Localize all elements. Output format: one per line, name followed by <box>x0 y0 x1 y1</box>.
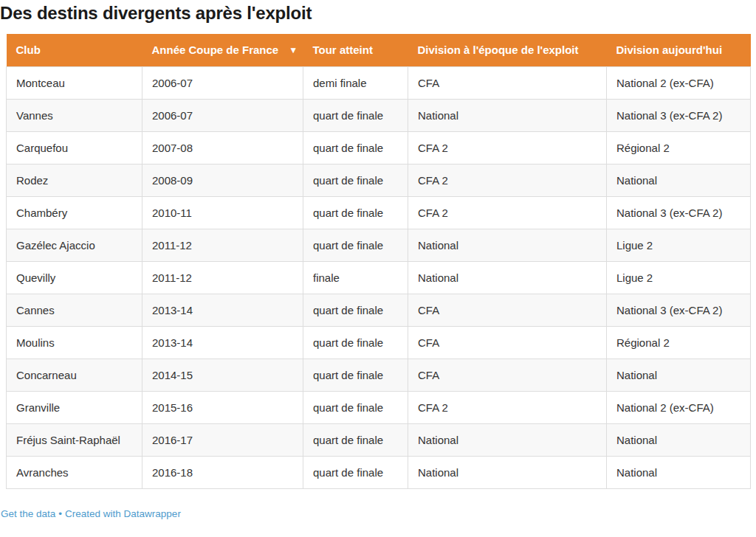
table-row: Concarneau2014-15quart de finaleCFANatio… <box>7 358 751 391</box>
table-cell: National <box>607 423 751 456</box>
table-row: Gazélec Ajaccio2011-12quart de finaleNat… <box>7 229 751 261</box>
table-cell: Avranches <box>7 456 142 488</box>
table-cell: quart de finale <box>303 196 408 229</box>
table-header: Club Année Coupe de France▼ Tour atteint… <box>7 34 751 66</box>
table-cell: 2006-07 <box>142 66 303 99</box>
table-cell: National <box>607 358 751 391</box>
table-cell: 2013-14 <box>142 326 303 358</box>
table-cell: Régional 2 <box>607 131 751 164</box>
table-cell: Cannes <box>7 294 142 326</box>
table-cell: Chambéry <box>7 196 142 229</box>
table-cell: quart de finale <box>303 391 408 423</box>
table-cell: 2013-14 <box>142 294 303 326</box>
page-title: Des destins divergents après l'exploit <box>0 0 756 24</box>
table-cell: CFA 2 <box>408 131 607 164</box>
table-cell: quart de finale <box>303 456 408 488</box>
table-cell: finale <box>303 261 408 294</box>
table-cell: quart de finale <box>303 229 408 261</box>
table-row: Quevilly2011-12finaleNationalLigue 2 <box>7 261 751 294</box>
table-cell: Gazélec Ajaccio <box>7 229 142 261</box>
table-cell: National <box>607 164 751 196</box>
get-the-data-link[interactable]: Get the data <box>1 508 55 519</box>
footer-separator: • <box>58 508 62 519</box>
table-cell: 2006-07 <box>142 99 303 131</box>
table-row: Vannes2006-07quart de finaleNationalNati… <box>7 99 751 131</box>
table-cell: quart de finale <box>303 164 408 196</box>
table-cell: CFA <box>408 294 607 326</box>
table-cell: National 3 (ex-CFA 2) <box>607 294 751 326</box>
table-cell: National <box>408 423 607 456</box>
table-cell: CFA <box>408 358 607 391</box>
table-cell: Carquefou <box>7 131 142 164</box>
table-cell: 2011-12 <box>142 261 303 294</box>
table-row: Avranches2016-18quart de finaleNationalN… <box>7 456 751 488</box>
table-row: Fréjus Saint-Raphaël2016-17quart de fina… <box>7 423 751 456</box>
table-cell: National 3 (ex-CFA 2) <box>607 196 751 229</box>
column-header-division-aujourdhui[interactable]: Division aujourd'hui <box>607 34 751 66</box>
datawrapper-credit-link[interactable]: Created with Datawrapper <box>65 508 181 519</box>
table-cell: National <box>408 229 607 261</box>
table-row: Moulins2013-14quart de finaleCFARégional… <box>7 326 751 358</box>
table-cell: Régional 2 <box>607 326 751 358</box>
column-header-tour[interactable]: Tour atteint <box>303 34 408 66</box>
table-cell: 2015-16 <box>142 391 303 423</box>
table-cell: National 3 (ex-CFA 2) <box>607 99 751 131</box>
column-header-annee[interactable]: Année Coupe de France▼ <box>142 34 303 66</box>
table-cell: 2016-18 <box>142 456 303 488</box>
table-cell: National <box>408 261 607 294</box>
table-cell: CFA <box>408 66 607 99</box>
table-cell: CFA 2 <box>408 196 607 229</box>
footer: Get the data•Created with Datawrapper <box>1 508 181 520</box>
table-row: Montceau2006-07demi finaleCFANational 2 … <box>7 66 751 99</box>
table-cell: demi finale <box>303 66 408 99</box>
table-cell: Ligue 2 <box>607 229 751 261</box>
table-cell: CFA 2 <box>408 164 607 196</box>
table-row: Chambéry2010-11quart de finaleCFA 2Natio… <box>7 196 751 229</box>
table-cell: CFA <box>408 326 607 358</box>
data-table: Club Année Coupe de France▼ Tour atteint… <box>6 34 751 489</box>
table-cell: 2016-17 <box>142 423 303 456</box>
table-cell: National <box>607 456 751 488</box>
table-cell: quart de finale <box>303 99 408 131</box>
table-cell: Vannes <box>7 99 142 131</box>
table-cell: Granville <box>7 391 142 423</box>
table-cell: quart de finale <box>303 358 408 391</box>
table-cell: quart de finale <box>303 131 408 164</box>
table-cell: National 2 (ex-CFA) <box>607 66 751 99</box>
table-cell: National <box>408 99 607 131</box>
table-cell: quart de finale <box>303 326 408 358</box>
table-cell: 2007-08 <box>142 131 303 164</box>
table-header-row: Club Année Coupe de France▼ Tour atteint… <box>7 34 751 66</box>
table-row: Cannes2013-14quart de finaleCFANational … <box>7 294 751 326</box>
sort-descending-icon[interactable]: ▼ <box>289 45 298 55</box>
table-row: Rodez2008-09quart de finaleCFA 2National <box>7 164 751 196</box>
table-cell: Quevilly <box>7 261 142 294</box>
column-header-annee-label: Année Coupe de France <box>152 44 279 56</box>
table-cell: 2008-09 <box>142 164 303 196</box>
table-cell: Rodez <box>7 164 142 196</box>
datawrapper-table-widget: Des destins divergents après l'exploit C… <box>0 0 756 537</box>
table-cell: National <box>408 456 607 488</box>
table-cell: quart de finale <box>303 423 408 456</box>
table-cell: 2011-12 <box>142 229 303 261</box>
table-body: Montceau2006-07demi finaleCFANational 2 … <box>7 66 751 488</box>
column-header-division-epoque[interactable]: Division à l'époque de l'exploit <box>408 34 607 66</box>
table-row: Granville2015-16quart de finaleCFA 2Nati… <box>7 391 751 423</box>
table-cell: Fréjus Saint-Raphaël <box>7 423 142 456</box>
table-cell: Ligue 2 <box>607 261 751 294</box>
table-cell: CFA 2 <box>408 391 607 423</box>
table-cell: Moulins <box>7 326 142 358</box>
table-row: Carquefou2007-08quart de finaleCFA 2Régi… <box>7 131 751 164</box>
table-cell: 2010-11 <box>142 196 303 229</box>
table-cell: National 2 (ex-CFA) <box>607 391 751 423</box>
table-cell: Concarneau <box>7 358 142 391</box>
column-header-club[interactable]: Club <box>7 34 142 66</box>
table-cell: Montceau <box>7 66 142 99</box>
table-cell: 2014-15 <box>142 358 303 391</box>
table-cell: quart de finale <box>303 294 408 326</box>
